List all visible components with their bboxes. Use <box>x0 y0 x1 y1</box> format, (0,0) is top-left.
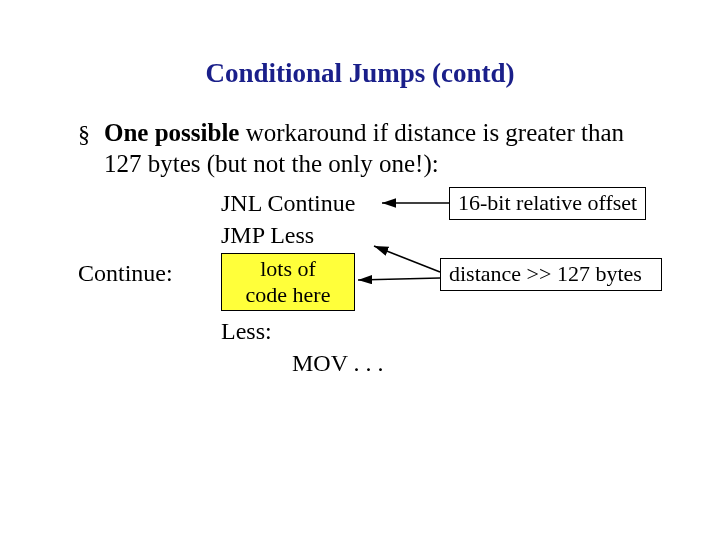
arrows-svg <box>0 186 720 431</box>
label-continue: Continue: <box>78 260 173 287</box>
annotation-distance: distance >> 127 bytes <box>440 258 662 291</box>
slide-title: Conditional Jumps (contd) <box>0 58 720 89</box>
slide: Conditional Jumps (contd) § One possible… <box>0 58 720 540</box>
code-jmp: JMP Less <box>221 222 314 249</box>
arrow-icon <box>358 278 440 280</box>
annotation-16bit-offset: 16-bit relative offset <box>449 187 646 220</box>
code-mov: MOV . . . <box>292 350 384 377</box>
diagram-area: JNL Continue JMP Less Continue: lots of … <box>0 186 720 431</box>
code-jnl: JNL Continue <box>221 190 355 217</box>
bullet-marker: § <box>78 119 104 149</box>
label-less: Less: <box>221 318 272 345</box>
lots-line1: lots of <box>222 256 354 281</box>
bullet-item: § One possible workaround if distance is… <box>0 117 720 180</box>
code-lots-box: lots of code here <box>221 253 355 311</box>
arrow-icon <box>374 246 440 272</box>
lots-line2: code here <box>222 282 354 307</box>
bullet-text: One possible workaround if distance is g… <box>104 117 660 180</box>
